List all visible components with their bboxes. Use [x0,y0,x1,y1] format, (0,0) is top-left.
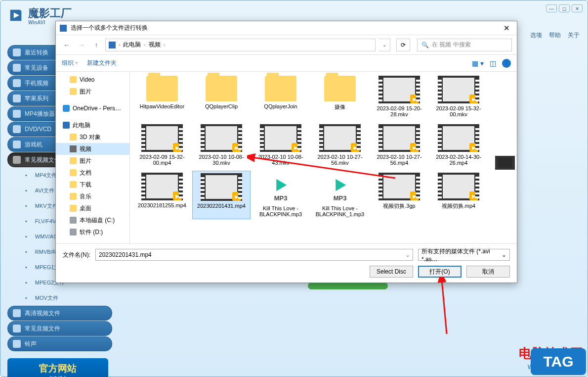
sidebar-item-19[interactable]: 铃声 [7,336,112,351]
tree-icon [70,145,77,152]
file-item[interactable]: ▶2023-02-09 15-32-00.mkv [429,74,488,119]
app-title: 魔影工厂 [28,7,72,19]
file-item[interactable]: ▶202302181255.mp4 [133,171,191,219]
close-button[interactable]: ✕ [572,4,583,12]
breadcrumb-bar[interactable]: › 此电脑 › 视频 › [105,39,376,51]
maximize-button[interactable]: ◻ [559,4,570,12]
file-item[interactable]: QQplayerClip [192,74,251,119]
file-item[interactable]: ▶2023-02-10 10-08-30.mkv [192,122,251,168]
filename-dropdown-icon[interactable]: ⌄ [406,252,410,258]
folder-thumb [146,76,178,101]
file-name-label: 2023-02-10 10-08-43.mkv [253,154,308,166]
video-thumb: ▶ [201,173,242,201]
dialog-close-button[interactable]: ✕ [500,24,513,33]
file-item[interactable]: ▶2023-02-10 10-27-56.mkv [311,122,369,168]
address-dropdown[interactable]: ⌄ [378,39,390,51]
file-list-area[interactable]: HitpawVideoEditorQQplayerClipQQplayerJoi… [130,72,517,243]
sidebar-item-label: MKV文件 [35,202,58,210]
promo-banner[interactable]: 官方网站点击进入 [7,358,108,377]
search-input[interactable]: 🔍 在 视频 中搜索 [417,39,512,51]
nav-back-button[interactable]: ← [61,39,73,51]
tree-item-10[interactable]: 下载 [56,179,129,190]
breadcrumb-0[interactable]: 此电脑 [123,41,141,49]
view-mode-button[interactable]: ▦ ▾ [472,59,484,67]
tree-item-13[interactable]: 本地磁盘 (C:) [56,214,129,226]
tree-icon [70,157,77,164]
file-item[interactable]: ▶2023-02-10 10-08-43.mkv [252,122,310,168]
file-name-label: 2023-02-09 15-20-28.mkv [372,105,426,117]
folder-thumb [265,76,296,101]
help-button[interactable]: ? [502,59,511,68]
dialog-title: 选择一个或多个文件进行转换 [71,24,148,32]
sidebar-icon [13,64,21,72]
new-folder-button[interactable]: 新建文件夹 [87,59,117,67]
file-item[interactable]: ▶视频切换.3gp [370,171,428,219]
video-thumb: ▶ [378,76,420,103]
breadcrumb-1[interactable]: 视频 [149,41,161,49]
file-item[interactable]: MP3Kill This Love - BLACKPINK.mp3 [252,171,310,219]
tree-item-label: 桌面 [80,204,91,213]
tree-icon [70,134,77,141]
search-placeholder: 在 视频 中搜索 [432,41,471,49]
filename-input[interactable]: 202302201431.mp4 ⌄ [95,249,413,261]
tree-item-7[interactable]: 视频 [56,143,129,155]
video-thumb: ▶ [260,124,301,152]
select-disc-button[interactable]: Select Disc [370,266,413,278]
cancel-button[interactable]: 取消 [466,266,510,278]
sidebar-item-16[interactable]: MOV文件 [7,290,112,305]
video-thumb: ▶ [378,124,420,152]
dialog-icon [60,25,67,32]
sidebar-icon [13,48,21,56]
tree-item-1[interactable]: 图片 [56,86,129,97]
tree-item-3[interactable]: OneDrive - Pers… [56,102,129,114]
tree-item-0[interactable]: Video [56,74,129,86]
file-item[interactable]: QQplayerJoin [252,74,310,119]
video-thumb: ▶ [378,173,420,200]
nav-forward-button[interactable]: → [76,39,87,51]
video-thumb: ▶ [438,76,479,103]
menu-options[interactable]: 选项 [530,31,542,40]
menu-help[interactable]: 帮助 [549,31,561,40]
tree-item-12[interactable]: 桌面 [56,202,129,214]
file-type-filter[interactable]: 所有支持的媒体文件 (*.avi *.as…⌄ [418,249,510,261]
organize-menu[interactable]: 组织 ▾ [62,59,78,67]
file-item[interactable]: MP3Kill This Love - BLACKPINK_1.mp3 [311,171,369,219]
tree-item-8[interactable]: 图片 [56,155,129,167]
file-name-label: 摄像 [335,103,345,111]
toolbar: 组织 ▾ 新建文件夹 ▦ ▾ ◫ ? [56,55,517,72]
tree-item-label: 此电脑 [73,121,90,130]
sidebar-item-label: 高清视频文件 [25,309,60,318]
minimize-button[interactable]: — [546,4,557,12]
sidebar-item-label: 常见设备 [25,64,48,72]
tree-item-14[interactable]: 软件 (D:) [56,226,129,238]
tree-item-5[interactable]: 此电脑 [56,119,129,131]
tree-item-9[interactable]: 文档 [56,167,129,179]
file-item[interactable]: HitpawVideoEditor [133,74,191,119]
sidebar-icon [13,94,21,102]
file-name-label: 202302181255.mp4 [138,202,186,208]
video-thumb: ▶ [438,173,479,200]
sidebar-item-label: 常见音频文件 [25,325,60,333]
open-button[interactable]: 打开(O) [418,266,462,278]
file-item[interactable]: 摄像 [311,74,369,119]
sidebar-item-18[interactable]: 常见音频文件 [7,321,112,336]
file-item[interactable]: ▶2023-02-09 15-20-28.mkv [370,74,428,119]
file-item[interactable]: ▶2023-02-20-14-30-26.mp4 [429,122,488,168]
tree-item-6[interactable]: 3D 对象 [56,131,129,143]
preview-pane-button[interactable]: ◫ [490,59,496,67]
file-item[interactable]: ▶202302201431.mp4 [192,171,251,219]
menu-about[interactable]: 关于 [568,31,580,40]
file-name-label: 2023-02-10 10-27-56.mkv [313,154,367,166]
sidebar-item-label: 铃声 [25,340,37,348]
file-item[interactable]: ▶视频切换.mp4 [429,171,488,219]
refresh-button[interactable]: ⟳ [396,39,410,51]
tree-item-11[interactable]: 音乐 [56,190,129,202]
tree-icon [70,229,77,236]
sidebar-item-17[interactable]: 高清视频文件 [7,306,112,321]
tree-item-label: OneDrive - Pers… [73,105,121,112]
file-item[interactable]: ▶2023-02-09 15-32-00.mp4 [133,122,191,168]
tree-item-label: 下载 [80,181,91,189]
nav-up-button[interactable]: ↑ [90,39,102,51]
mp3-thumb: MP3 [323,173,357,203]
file-item[interactable]: ▶2023-02-10 10-27-56.mp4 [370,122,428,168]
